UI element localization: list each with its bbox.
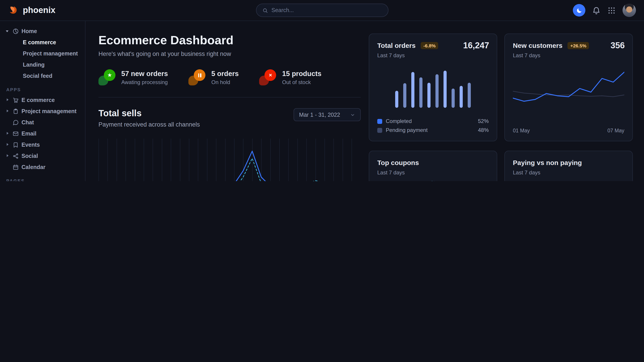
stat-awating-processing: ★ 57 new orders Awating processing <box>98 69 168 85</box>
sidebar-item-label: Social <box>22 153 38 159</box>
brand[interactable]: phoenix <box>8 5 56 16</box>
change-badge: +26.5% <box>568 42 589 49</box>
dashboard-left-column: Ecommerce Dashboard Here's what's going … <box>98 33 361 181</box>
total-orders-value: 16,247 <box>463 41 489 50</box>
sidebar-item-events[interactable]: Events <box>0 139 85 150</box>
sidebar-item-email[interactable]: Email <box>0 128 85 139</box>
sidebar-item-label: E commerce <box>22 97 55 103</box>
share-icon <box>12 153 19 159</box>
bar <box>395 91 398 108</box>
sidebar-item-e-commerce[interactable]: E commerce <box>0 37 85 48</box>
x-tick: 07 May <box>608 128 624 133</box>
top-coupons-card: Top coupons Last 7 days 72% Percentage d… <box>369 151 497 181</box>
stat-title: 15 products <box>282 69 322 78</box>
card-title: Top coupons <box>377 159 419 166</box>
sidebar-item-label: Project management <box>22 108 76 114</box>
apps-grid-icon <box>607 6 616 14</box>
calendar-icon <box>12 164 19 170</box>
card-period: Last 7 days <box>513 52 624 58</box>
global-search[interactable] <box>256 3 388 17</box>
paying-gauge-chart <box>535 177 602 181</box>
pause-icon <box>189 69 206 85</box>
new-customers-card: New customers +26.5% Last 7 days 356 01 … <box>504 33 633 141</box>
legend-value: 52% <box>478 118 489 124</box>
donut-center-value: 72% <box>410 179 456 181</box>
global-search-input[interactable] <box>272 7 382 13</box>
legend-item: Pending payment 48% <box>377 127 489 133</box>
sidebar-item-calendar[interactable]: Calendar <box>0 161 85 173</box>
new-customers-chart <box>513 65 624 118</box>
legend-item: Completed 52% <box>377 118 489 124</box>
apps-grid-button[interactable] <box>607 6 616 14</box>
bar <box>460 86 463 108</box>
sidebar-item-chat[interactable]: Chat <box>0 117 85 128</box>
caret-right-icon <box>6 98 10 102</box>
user-avatar[interactable] <box>622 3 636 17</box>
sidebar-item-e-commerce[interactable]: E commerce <box>0 94 85 105</box>
sidebar-item-label: Chat <box>22 119 34 125</box>
theme-toggle-button[interactable] <box>573 4 585 16</box>
card-title: New customers <box>513 41 562 49</box>
caret-right-icon <box>6 131 10 135</box>
new-customers-value: 356 <box>611 41 625 50</box>
caret-right-icon <box>6 109 10 113</box>
sidebar-nav: HomeE commerceProject managementLandingS… <box>0 21 85 181</box>
legend-label: Pending payment <box>386 127 428 133</box>
sidebar-item-social[interactable]: Social <box>0 150 85 161</box>
card-period: Last 7 days <box>377 52 489 58</box>
star-icon: ★ <box>98 69 116 85</box>
stat-subtitle: On hold <box>212 79 239 85</box>
date-range-value: Mar 1 - 31, 2022 <box>299 112 340 118</box>
coupons-donut-chart: 72% <box>410 179 456 181</box>
legend-chip <box>377 119 382 124</box>
sidebar-item-landing[interactable]: Landing <box>0 59 85 70</box>
stat-title: 5 orders <box>212 69 239 78</box>
legend-value: 48% <box>478 127 489 133</box>
divider <box>98 97 361 97</box>
bar <box>436 74 438 108</box>
sidebar-item-project-management[interactable]: Project management <box>0 105 85 117</box>
brand-name: phoenix <box>23 5 56 15</box>
phoenix-logo-icon <box>8 5 19 16</box>
caret-right-icon <box>6 143 10 147</box>
orders-bar-chart <box>377 66 489 108</box>
sidebar-section-title: PAGES <box>0 178 85 181</box>
notifications-button[interactable] <box>592 6 600 14</box>
sidebar-item-label: Events <box>22 142 40 148</box>
pie-chart-icon <box>12 28 19 34</box>
stats-row: ★ 57 new orders Awating processing 5 ord… <box>98 69 361 85</box>
clipboard-icon <box>12 108 19 114</box>
chat-icon <box>12 119 19 125</box>
total-sells-title: Total sells <box>98 108 200 118</box>
mail-icon <box>12 130 19 137</box>
bar <box>452 88 455 108</box>
bar <box>419 78 422 108</box>
total-sells-chart <box>98 139 361 181</box>
chevron-down-icon <box>350 112 355 117</box>
sidebar-item-project-management[interactable]: Project management <box>0 48 85 59</box>
legend-label: Completed <box>386 118 412 124</box>
stat-title: 57 new orders <box>121 69 168 78</box>
date-range-select[interactable]: Mar 1 - 31, 2022 <box>294 108 361 121</box>
caret-down-icon <box>6 29 10 33</box>
moon-icon <box>576 7 582 14</box>
sidebar-item-social-feed[interactable]: Social feed <box>0 70 85 81</box>
sidebar-item-home[interactable]: Home <box>0 25 85 37</box>
navbar-actions <box>573 3 636 17</box>
sidebar-item-label: Home <box>22 28 37 34</box>
navbar: phoenix <box>0 0 644 21</box>
bar <box>468 82 471 108</box>
sidebar-item-label: Calendar <box>22 164 46 170</box>
paying-card: Paying vs non paying Last 7 days Paying … <box>504 151 633 181</box>
stat-out-of-stock: × 15 products Out of stock <box>259 69 322 85</box>
main-content: Ecommerce Dashboard Here's what's going … <box>86 21 644 181</box>
search-icon <box>262 7 268 13</box>
dashboard-cards: Total orders -6.8% Last 7 days 16,247 Co… <box>369 33 633 181</box>
caret-right-icon <box>6 154 10 158</box>
bell-icon <box>592 6 600 14</box>
page-title: Ecommerce Dashboard <box>98 33 361 47</box>
bar <box>403 83 406 108</box>
x-tick: 01 May <box>513 128 530 133</box>
legend-chip <box>377 128 382 133</box>
card-period: Last 7 days <box>513 169 624 176</box>
